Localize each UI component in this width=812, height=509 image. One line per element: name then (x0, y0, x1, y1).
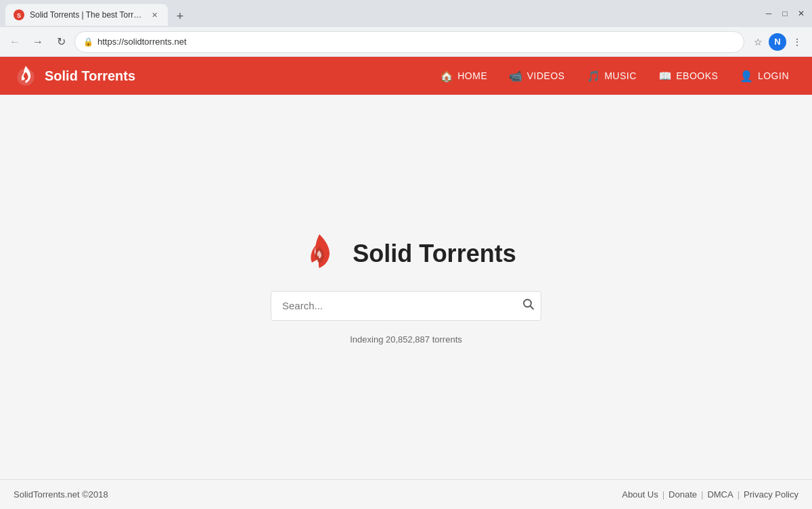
search-button[interactable] (522, 298, 535, 313)
home-icon: 🏠 (440, 70, 454, 83)
footer-about-link[interactable]: About Us (622, 489, 658, 500)
site-nav: 🏠 HOME 📹 VIDEOS 🎵 MUSIC 📖 EBOOKS 👤 LOGIN (430, 64, 798, 88)
footer-dmca-link[interactable]: DMCA (707, 489, 733, 500)
website-content: Solid Torrents 🏠 HOME 📹 VIDEOS 🎵 MUSIC 📖… (0, 57, 812, 509)
footer-separator-3: | (738, 489, 740, 500)
browser-frame: S Solid Torrents | The best Torrent ✕ + … (0, 0, 812, 57)
menu-button[interactable]: ⋮ (788, 32, 807, 51)
browser-titlebar: S Solid Torrents | The best Torrent ✕ + … (0, 0, 812, 27)
reload-button[interactable]: ↻ (51, 32, 70, 51)
svg-text:S: S (17, 12, 21, 19)
indexing-text: Indexing 20,852,887 torrents (350, 334, 462, 345)
footer-donate-link[interactable]: Donate (669, 489, 697, 500)
nav-ebooks-label: EBOOKS (676, 70, 718, 81)
back-button[interactable]: ← (5, 32, 24, 51)
nav-music[interactable]: 🎵 MUSIC (577, 64, 646, 88)
video-icon: 📹 (509, 70, 523, 83)
lock-icon: 🔒 (83, 37, 93, 47)
hero-logo: Solid Torrents (296, 230, 516, 278)
user-icon: 👤 (740, 70, 754, 83)
tab-close-button[interactable]: ✕ (149, 9, 160, 20)
new-tab-button[interactable]: + (171, 7, 189, 26)
tab-bar: S Solid Torrents | The best Torrent ✕ + (5, 1, 761, 26)
site-logo[interactable]: Solid Torrents (14, 64, 135, 88)
nav-login[interactable]: 👤 LOGIN (730, 64, 798, 88)
url-text: https://solidtorrents.net (97, 37, 736, 47)
ebook-icon: 📖 (658, 70, 673, 83)
hero-logo-icon (296, 230, 343, 278)
nav-login-label: LOGIN (758, 70, 789, 81)
tab-title: Solid Torrents | The best Torrent (30, 10, 143, 20)
footer-privacy-link[interactable]: Privacy Policy (744, 489, 798, 500)
site-name: Solid Torrents (45, 68, 135, 84)
nav-ebooks[interactable]: 📖 EBOOKS (649, 64, 728, 88)
minimize-button[interactable]: ─ (763, 8, 774, 19)
address-bar[interactable]: 🔒 https://solidtorrents.net (74, 31, 744, 53)
nav-music-label: MUSIC (604, 70, 637, 81)
site-main: Solid Torrents Indexing 20,852,887 torre… (0, 95, 812, 479)
music-icon: 🎵 (587, 70, 601, 83)
close-button[interactable]: ✕ (796, 8, 807, 19)
svg-line-4 (531, 306, 534, 309)
footer-separator-2: | (701, 489, 703, 500)
search-icon (522, 298, 535, 310)
forward-button[interactable]: → (28, 32, 47, 51)
hero-title: Solid Torrents (353, 240, 516, 268)
footer-copyright: SolidTorrents.net ©2018 (14, 489, 108, 500)
site-footer: SolidTorrents.net ©2018 About Us | Donat… (0, 479, 812, 509)
tab-favicon: S (14, 9, 24, 20)
search-input[interactable] (271, 291, 541, 321)
browser-tab[interactable]: S Solid Torrents | The best Torrent ✕ (5, 4, 168, 26)
maximize-button[interactable]: □ (780, 8, 790, 19)
browser-toolbar: ← → ↻ 🔒 https://solidtorrents.net ☆ N ⋮ (0, 27, 812, 57)
site-header: Solid Torrents 🏠 HOME 📹 VIDEOS 🎵 MUSIC 📖… (0, 57, 812, 95)
nav-home-label: HOME (457, 70, 487, 81)
hero-section: Solid Torrents Indexing 20,852,887 torre… (271, 230, 541, 345)
nav-videos-label: VIDEOS (527, 70, 565, 81)
bookmark-button[interactable]: ☆ (748, 32, 767, 51)
nav-videos[interactable]: 📹 VIDEOS (499, 64, 574, 88)
nav-home[interactable]: 🏠 HOME (430, 64, 497, 88)
search-container (271, 291, 541, 321)
window-controls: ─ □ ✕ (763, 8, 807, 19)
toolbar-actions: ☆ N ⋮ (748, 32, 807, 51)
profile-button[interactable]: N (769, 33, 786, 51)
logo-icon (14, 64, 38, 88)
footer-links: About Us | Donate | DMCA | Privacy Polic… (622, 489, 798, 500)
footer-separator-1: | (662, 489, 664, 500)
